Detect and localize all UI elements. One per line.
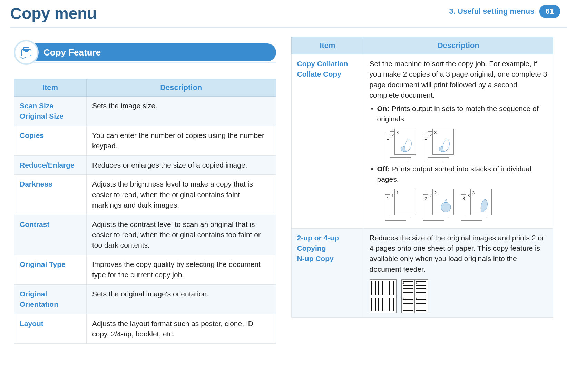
item-desc: Sets the image size. [87,97,276,126]
page-stack-icon: 1 2 3 [385,129,417,160]
on-label: On: [377,104,390,112]
page-header: Copy menu 3. Useful setting menus 61 [0,0,567,27]
item-label: Reduce/Enlarge [20,160,81,170]
item-label: N-up Copy [297,253,358,264]
table-row: Copy Collation Collate Copy Set the mach… [291,54,553,229]
content-area: Copy Feature Item Description Scan Size … [0,27,567,344]
off-label: Off: [377,165,390,173]
item-label: Copy Collation [297,59,358,69]
right-column: Item Description Copy Collation Collate … [291,37,554,344]
nup-illustration: 1 2 1 2 3 4 [370,279,548,313]
item-desc: You can enter the number of copies using… [87,126,276,155]
item-label: 2-up or 4-up Copying [297,233,358,254]
item-desc: Adjusts the layout format such as poster… [87,314,276,344]
item-desc: Sets the original image's orientation. [87,284,276,314]
item-desc: Improves the copy quality by selecting t… [87,255,276,284]
col-header-desc: Description [87,79,276,97]
two-up-icon: 1 2 [370,279,397,313]
item-label: Original Orientation [20,289,81,310]
item-label: Layout [20,319,81,329]
copy-feature-table-left: Item Description Scan Size Original Size… [14,79,276,344]
section-heading-label: Copy Feature [26,43,276,61]
page-stack-icon: 1 2 3 [423,129,454,160]
collation-on-illustration: 1 2 3 1 2 3 [385,129,548,160]
collation-intro: Set the machine to sort the copy job. Fo… [370,59,548,101]
table-row: Original Type Improves the copy quality … [14,255,276,284]
table-row: Reduce/Enlarge Reduces or enlarges the s… [14,155,276,174]
item-desc: Adjusts the contrast level to scan an or… [87,215,276,255]
col-header-desc: Description [364,37,553,54]
table-row: 2-up or 4-up Copying N-up Copy Reduces t… [291,228,553,318]
col-header-item: Item [14,79,87,97]
off-text: Prints output sorted into stacks of indi… [377,165,531,183]
item-label: Original Type [20,259,81,270]
item-desc: Adjusts the brightness level to make a c… [87,175,276,215]
item-label: Contrast [20,219,81,230]
item-label: Collate Copy [297,69,358,79]
col-header-item: Item [291,37,364,54]
svg-point-6 [441,202,451,212]
table-row: Copies You can enter the number of copie… [14,126,276,155]
collation-off-illustration: 1 1 1 2 2 2 [385,189,548,221]
nup-desc: Reduces the size of the original images … [370,233,548,275]
header-right: 3. Useful setting menus 61 [449,5,567,18]
table-row: Contrast Adjusts the contrast level to s… [14,215,276,255]
section-heading: Copy Feature [14,40,276,65]
header-rule [10,27,567,28]
copy-feature-table-right: Item Description Copy Collation Collate … [291,37,554,318]
four-up-icon: 1 2 3 4 [401,279,428,313]
item-label: Original Size [20,111,81,121]
table-row: Scan Size Original Size Sets the image s… [14,97,276,126]
item-desc: Reduces or enlarges the size of a copied… [87,155,276,174]
table-row: Layout Adjusts the layout format such as… [14,314,276,344]
item-label: Darkness [20,179,81,189]
page-stack-icon: 2 2 2 [423,189,454,221]
copy-feature-icon [14,40,39,65]
table-row: Darkness Adjusts the brightness level to… [14,175,276,215]
item-label: Copies [20,130,81,141]
collation-on: On: Prints output in sets to match the s… [370,103,548,160]
table-row: Original Orientation Sets the original i… [14,284,276,314]
page-number-badge: 61 [539,5,560,18]
page-stack-icon: 1 1 1 [385,189,417,221]
chapter-label: 3. Useful setting menus [449,7,535,16]
item-label: Scan Size [20,101,81,111]
page-title: Copy menu [10,4,97,23]
on-text: Prints output in sets to match the seque… [377,104,539,123]
collation-off: Off: Prints output sorted into stacks of… [370,164,548,221]
left-column: Copy Feature Item Description Scan Size … [14,37,276,344]
page-stack-icon: 3 3 3 [461,189,492,221]
